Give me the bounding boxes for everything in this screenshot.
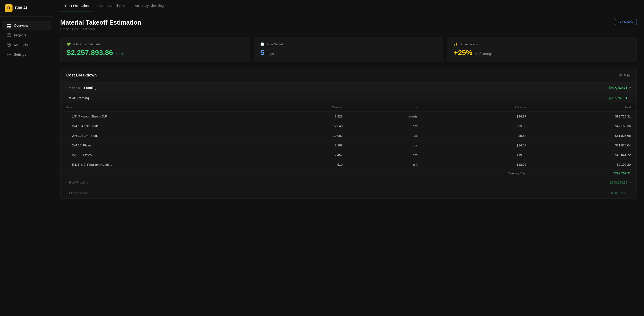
sidebar-item-settings[interactable]: Settings: [2, 50, 51, 59]
cat-total-empty-1: [60, 170, 268, 177]
page-title-block: Material Takeoff Estimation Division Cos…: [60, 19, 141, 31]
cell-unit: pcs: [348, 121, 423, 131]
collapsed-category-row-0[interactable]: Roof Framing $249,999.35 ▾: [60, 177, 636, 188]
collapsed-category-name: Floor System: [69, 191, 88, 195]
settings-icon: [7, 52, 11, 57]
page-title: Material Takeoff Estimation: [60, 19, 141, 26]
collapsed-chevron-icon: ▾: [629, 192, 631, 195]
total-cost-label: 💚 Total Cost Estimate: [67, 42, 244, 46]
cell-unit: sheets: [348, 112, 423, 121]
stats-row: 💚 Total Cost Estimate $2,257,893.86 ±2.3…: [60, 37, 637, 62]
top-nav: Cost Estimation Code Compliance Accuracy…: [53, 0, 644, 12]
col-header-total: Total: [532, 103, 636, 112]
collapsed-category-total: $249,999.35 ▾: [610, 181, 631, 184]
cell-unit: ln ft: [348, 160, 423, 170]
svg-rect-3: [9, 26, 11, 28]
cell-unit-price: $3.82: [423, 121, 532, 131]
col-header-item: Item: [60, 103, 268, 112]
cell-unit: pcs: [348, 141, 423, 150]
division-name: Framing: [84, 86, 96, 90]
items-table: Item Quantity Unit Unit Price Total 1/2"…: [60, 103, 636, 177]
cat-total-empty-3: [348, 170, 423, 177]
page-subtitle: Division Cost Breakdown: [60, 27, 141, 31]
stat-card-total-cost: 💚 Total Cost Estimate $2,257,893.86 ±2.3…: [60, 37, 250, 62]
projects-icon: [7, 33, 11, 37]
cell-item: 2x6 16' Plates: [60, 150, 268, 160]
main-content: Cost Estimation Code Compliance Accuracy…: [53, 0, 644, 316]
sidebar-item-materials[interactable]: Materials: [2, 40, 51, 50]
svg-rect-4: [7, 34, 11, 37]
collapsed-category-total: $150,003.05 ▾: [610, 191, 631, 195]
cell-item: 1/2" Plywood Sheets D.Fir: [60, 112, 268, 121]
sidebar-item-overview[interactable]: Overview: [2, 21, 51, 30]
category-row-wall-framing[interactable]: Wall Framing $297,767.31 ▾: [60, 93, 636, 103]
table-row: 5 1/4" x 9" Parallam Headers 510 ln ft $…: [60, 160, 636, 170]
content-area: Material Takeoff Estimation Division Cos…: [53, 12, 644, 316]
bid-ready-badge[interactable]: Bid Ready: [615, 19, 637, 25]
division-chevron-icon: ▾: [629, 86, 631, 90]
category-chevron-icon: ▾: [629, 97, 631, 100]
collapsed-chevron-icon: ▾: [629, 181, 631, 184]
cell-quantity: 12,348: [268, 121, 348, 131]
time-saved-label: 🕐 Time Saved: [260, 42, 437, 46]
cat-total-label: Category Total: [423, 170, 532, 177]
cell-item: 2x4 16' Plates: [60, 141, 268, 150]
division-label: Division 01 Framing: [66, 86, 96, 90]
sidebar-nav: Overview Projects Materials Settings: [0, 17, 53, 316]
table-row: 2x6 104 1/4" Studs 10,962 pcs $5.64 $61,…: [60, 131, 636, 141]
cell-quantity: 10,962: [268, 131, 348, 141]
table-row: 2x6 16' Plates 2,457 pcs $19.96 $49,041.…: [60, 150, 636, 160]
bid-accuracy-value: +25% profit margin: [454, 49, 630, 57]
breakdown-section: Cost Breakdown Filter Division 01 Framin…: [60, 68, 637, 199]
cell-quantity: 510: [268, 160, 348, 170]
svg-rect-0: [7, 24, 9, 25]
logo: B Bild AI: [0, 0, 53, 17]
breakdown-title: Cost Breakdown: [66, 73, 97, 77]
filter-button[interactable]: Filter: [619, 74, 631, 77]
svg-point-5: [8, 54, 10, 55]
cell-total: $31,820.04: [532, 141, 636, 150]
table-row: 1/2" Plywood Sheets D.Fir 2,823 sheets $…: [60, 112, 636, 121]
cell-unit-price: $5.64: [423, 131, 532, 141]
sidebar-item-projects-label: Projects: [14, 33, 26, 37]
cat-total-value: $297,767.31: [532, 170, 636, 177]
cell-item: 5 1/4" x 9" Parallam Headers: [60, 160, 268, 170]
cell-unit-price: $14.03: [423, 141, 532, 150]
cell-item: 2x4 104 1/4" Studs: [60, 121, 268, 131]
table-header-row: Item Quantity Unit Unit Price Total: [60, 103, 636, 112]
division-row[interactable]: Division 01 Framing $697,769.71 ▾: [60, 83, 636, 93]
cell-total: $47,169.36: [532, 121, 636, 131]
table-row: 2x4 104 1/4" Studs 12,348 pcs $3.82 $47,…: [60, 121, 636, 131]
tab-accuracy-checking[interactable]: Accuracy Checking: [130, 0, 168, 12]
materials-icon: [7, 43, 11, 47]
sidebar-item-settings-label: Settings: [14, 53, 26, 57]
cell-item: 2x6 104 1/4" Studs: [60, 131, 268, 141]
collapsed-category-row-1[interactable]: Floor System $150,003.05 ▾: [60, 188, 636, 198]
tab-cost-estimation[interactable]: Cost Estimation: [60, 0, 94, 12]
cell-unit-price: $18.02: [423, 160, 532, 170]
division-total: $697,769.71 ▾: [608, 86, 631, 90]
logo-icon: B: [5, 4, 12, 12]
stat-card-time-saved: 🕐 Time Saved 5 days: [254, 37, 444, 62]
col-header-unit: Unit: [348, 103, 423, 112]
page-header: Material Takeoff Estimation Division Cos…: [60, 19, 637, 31]
sidebar-item-overview-label: Overview: [14, 24, 28, 28]
stat-card-bid-accuracy: ✨ Bid Accuracy +25% profit margin: [447, 37, 637, 62]
cell-quantity: 2,823: [268, 112, 348, 121]
sidebar-item-materials-label: Materials: [14, 43, 28, 47]
time-saved-value: 5 days: [260, 49, 437, 57]
cell-unit: pcs: [348, 131, 423, 141]
cell-unit-price: $19.96: [423, 150, 532, 160]
cell-quantity: 2,268: [268, 141, 348, 150]
category-total: $297,767.31 ▾: [608, 96, 631, 100]
overview-icon: [7, 24, 11, 28]
category-name: Wall Framing: [69, 96, 89, 100]
app-name: Bild AI: [15, 6, 27, 10]
cat-total-empty-2: [268, 170, 348, 177]
svg-rect-2: [7, 26, 9, 28]
sidebar-item-projects[interactable]: Projects: [2, 31, 51, 40]
tab-code-compliance[interactable]: Code Compliance: [94, 0, 130, 12]
division-number: Division 01: [66, 86, 82, 90]
total-cost-icon: 💚: [67, 42, 71, 46]
bid-accuracy-icon: ✨: [454, 42, 458, 46]
